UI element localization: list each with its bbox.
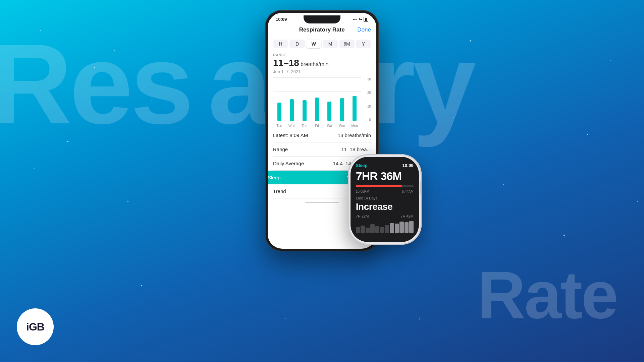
- stat-range-label: Range: [273, 146, 288, 152]
- bg-text-res: Res: [0, 27, 191, 141]
- chart-day-thu: Thu: [298, 124, 311, 128]
- chart-label-30: 30: [363, 77, 371, 81]
- chart-label-0: 0: [363, 118, 371, 122]
- watch-trend: Increase: [356, 201, 414, 212]
- home-bar: [305, 202, 339, 203]
- chart-bars: [273, 78, 371, 121]
- sleep-bar-fill: [356, 185, 402, 187]
- status-icons: ▪▪▪ ↬ ▮: [353, 17, 368, 22]
- watch-compare-right: 7H 42M: [400, 214, 414, 218]
- watch-bar-6: [380, 227, 384, 233]
- chart-day-wed: Wed: [285, 124, 298, 128]
- range-section: RANGE 11–18 breaths/min Jun 1–7, 2021: [268, 51, 376, 75]
- stat-daily-avg-label: Daily Average: [273, 161, 304, 166]
- watch-sleep-label: Sleep: [356, 163, 368, 168]
- tab-6M[interactable]: 6M: [339, 40, 354, 48]
- notch: [304, 15, 340, 23]
- chart-day-fri: Fri: [311, 124, 323, 128]
- app-header: Respiratory Rate Done: [268, 23, 376, 36]
- tab-M[interactable]: M: [323, 40, 338, 48]
- watch-duration: 7HR 36M: [356, 170, 414, 182]
- watch-screen: Sleep 10:09 7HR 36M 10:08PM 5:44AM Last …: [351, 157, 419, 242]
- chart-y-labels: 30 20 10 0: [363, 77, 371, 122]
- watch-bar-4: [370, 224, 375, 233]
- range-unit: breaths/min: [301, 61, 329, 67]
- chart-day-sun: Sun: [336, 124, 348, 128]
- range-label: RANGE: [273, 53, 371, 57]
- stat-range: Range 11–18 brea...: [273, 142, 371, 157]
- watch-bar-1: [356, 227, 360, 233]
- apple-watch-mockup: Sleep 10:09 7HR 36M 10:08PM 5:44AM Last …: [348, 154, 422, 245]
- sleep-bar: [356, 185, 414, 187]
- watch-bar-chart: [356, 221, 414, 233]
- watch-bar-10: [399, 222, 404, 233]
- app-title: Respiratory Rate: [286, 26, 357, 33]
- watch-bar-9: [395, 224, 399, 233]
- tab-W[interactable]: W: [306, 40, 321, 48]
- watch-compare-left: 7H 22M: [356, 214, 369, 218]
- watch-header: Sleep 10:09: [356, 163, 414, 168]
- tab-D[interactable]: D: [289, 40, 305, 48]
- watch-bar-2: [361, 226, 365, 233]
- chart-days: Tue Wed Thu Fri Sat Sun Mon: [273, 124, 371, 128]
- chart-area: Tue Wed Thu Fri Sat Sun Mon 30 20 10 0: [268, 75, 376, 128]
- done-button[interactable]: Done: [357, 26, 371, 33]
- stat-latest-label: Latest: 8:09 AM: [273, 132, 308, 138]
- wifi-icon: ↬: [359, 17, 362, 22]
- signal-icon: ▪▪▪: [353, 17, 357, 21]
- watch-bar-12: [409, 221, 414, 233]
- stat-trend-label: Trend: [273, 188, 286, 194]
- chart-label-10: 10: [363, 105, 371, 108]
- watch-clock-time: 10:09: [402, 163, 414, 168]
- bg-text-rate: Rate: [477, 261, 618, 328]
- igb-logo: iGB: [17, 308, 54, 345]
- sleep-end: 5:44AM: [402, 190, 413, 193]
- watch-bar-11: [405, 222, 409, 233]
- stat-sleep-label: Sleep: [268, 175, 280, 180]
- watch-crown: [420, 181, 422, 194]
- battery-icon: ▮: [364, 17, 368, 22]
- stat-range-value: 11–18 brea...: [341, 146, 371, 152]
- sleep-start: 10:08PM: [356, 190, 369, 193]
- watch-bar-7: [385, 225, 389, 233]
- chart-day-sat: Sat: [323, 124, 336, 128]
- tab-Y[interactable]: Y: [356, 40, 371, 48]
- stat-latest-value: 13 breaths/min: [338, 132, 371, 138]
- watch-compare: 7H 22M 7H 42M: [356, 214, 414, 218]
- watch-bar-3: [366, 228, 370, 233]
- watch-bar-5: [375, 226, 380, 233]
- range-date: Jun 1–7, 2021: [273, 69, 371, 74]
- sleep-times: 10:08PM 5:44AM: [356, 190, 414, 193]
- chart-day-tue: Tue: [273, 124, 285, 128]
- tab-H[interactable]: H: [273, 40, 288, 48]
- time-tabs: H D W M 6M Y: [268, 36, 376, 51]
- range-value: 11–18: [273, 58, 299, 68]
- chart-label-20: 20: [363, 91, 371, 95]
- stat-latest: Latest: 8:09 AM 13 breaths/min: [273, 128, 371, 142]
- status-time: 10:09: [276, 17, 287, 22]
- watch-last14-label: Last 14 Days: [356, 196, 414, 200]
- watch-bar-8: [390, 223, 394, 233]
- chart-day-mon: Mon: [348, 124, 361, 128]
